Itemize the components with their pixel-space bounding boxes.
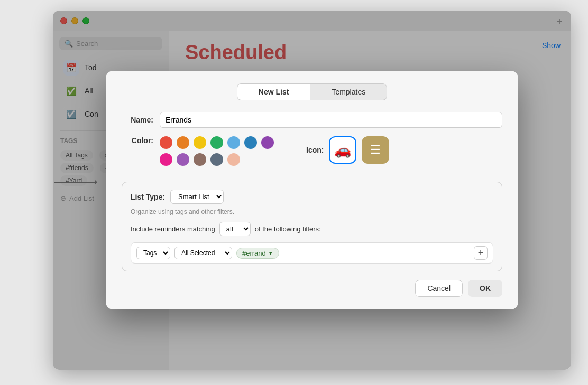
cancel-button[interactable]: Cancel [415,280,463,297]
color-icon-divider [291,136,291,173]
icon-list[interactable]: ☰ [362,136,389,164]
tag-chip-errand[interactable]: #errand ▼ [236,248,279,259]
list-type-row: List Type: Smart List Standard [131,190,493,204]
filters-row: Include reminders matching all any of th… [131,222,493,236]
app-window: + 🔍 Search 📅 Tod ✅ All ☑️ Con Tags [53,11,571,370]
tab-templates[interactable]: Templates [310,83,387,100]
color-red[interactable] [160,136,172,149]
list-type-select[interactable]: Smart List Standard [170,190,224,204]
dialog-buttons: Cancel OK [122,280,502,297]
color-yellow[interactable] [194,136,206,149]
icon-car[interactable]: 🚗 [329,136,356,164]
annotation-line [54,182,97,183]
color-green[interactable] [210,136,223,149]
annotation: فلاتر القائمةالذكية [53,171,97,193]
filter-type-select[interactable]: Tags Date [136,247,170,259]
color-lightblue[interactable] [227,136,240,149]
tag-chip-arrow: ▼ [268,250,273,256]
color-orange[interactable] [177,136,189,149]
name-label: Name: [122,116,153,124]
list-type-desc: Organize using tags and other filters. [131,208,493,215]
color-blue[interactable] [244,136,257,149]
color-peach[interactable] [227,153,240,166]
ok-button[interactable]: OK [468,280,502,297]
tag-chip-text: #errand [242,249,266,257]
icon-section: Icon: 🚗 ☰ [306,136,389,164]
include-label: Include reminders matching [131,225,215,233]
color-violet[interactable] [177,153,189,166]
tab-switcher: New List Templates [122,83,502,100]
list-type-section: List Type: Smart List Standard Organize … [122,182,502,271]
list-type-label: List Type: [131,193,165,201]
color-label: Color: [122,136,153,145]
icon-label: Icon: [306,146,324,154]
name-row: Name: [122,112,502,128]
color-brown[interactable] [194,153,206,166]
color-pink[interactable] [160,153,172,166]
matching-select[interactable]: all any [219,222,251,236]
filter-tag-row: Tags Date All Selected Any Selected #err… [131,242,493,264]
modal-overlay: فلاتر القائمةالذكية New List Templates N… [53,11,571,370]
color-purple[interactable] [261,136,274,149]
color-gray[interactable] [210,153,223,166]
filter-selection-select[interactable]: All Selected Any Selected [174,247,232,259]
name-input[interactable] [160,112,502,128]
color-icon-row: Color: Icon: [122,136,502,173]
color-palette [160,136,276,166]
of-following-label: of the following filters: [255,225,321,233]
tab-new-list[interactable]: New List [237,83,310,100]
filter-plus-button[interactable]: + [474,246,488,260]
dialog: فلاتر القائمةالذكية New List Templates N… [106,71,518,309]
